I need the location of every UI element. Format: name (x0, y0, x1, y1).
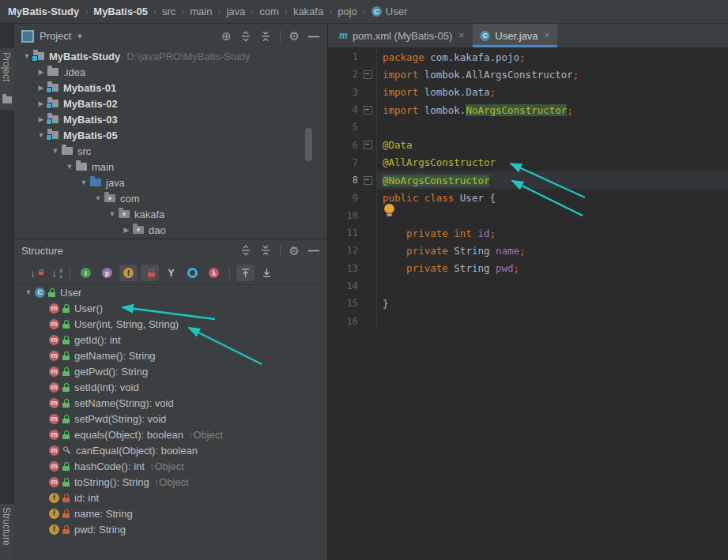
collapse-all-icon[interactable] (260, 31, 271, 42)
structure-tree-item[interactable]: msetName(String): void (14, 395, 327, 411)
breadcrumb-item[interactable]: CUser (372, 6, 407, 17)
editor-tab-bar: mpom.xml (MyBatis-05)×CUser.java× (328, 24, 728, 48)
project-tree-item[interactable]: ▼kakafa (14, 206, 327, 222)
settings-icon[interactable]: ⚙ (289, 245, 300, 257)
chevron-expanded-icon[interactable]: ▼ (92, 194, 104, 202)
autoscroll-from-source-icon[interactable] (258, 265, 276, 281)
code-line[interactable]: 13 private String pwd; (328, 260, 728, 277)
code-text: import lombok.NoArgsConstructor; (376, 101, 728, 118)
close-icon[interactable]: × (545, 30, 550, 41)
breadcrumb-item[interactable]: pojo (338, 6, 357, 17)
code-line[interactable]: 14 (328, 277, 728, 295)
breadcrumb-item[interactable]: src (162, 6, 175, 17)
structure-tree-item[interactable]: fname: String (14, 506, 327, 521)
close-icon[interactable]: × (458, 30, 464, 41)
project-tree-item[interactable]: ▶.idea (14, 64, 327, 80)
code-line[interactable]: 3import lombok.Data; (328, 84, 728, 101)
locate-icon[interactable]: ⊕ (221, 30, 232, 42)
structure-tree-item[interactable]: mgetId(): int (14, 332, 327, 348)
structure-tree-item[interactable]: fid: int (14, 490, 327, 506)
code-line[interactable]: 6@Data (328, 136, 728, 153)
show-lambdas-icon[interactable]: λ (205, 265, 223, 281)
fold-marker-icon[interactable] (364, 141, 372, 149)
hide-icon[interactable]: — (308, 31, 319, 42)
hide-icon[interactable]: — (308, 245, 319, 256)
code-line[interactable]: 1package com.kakafa.pojo; (328, 48, 728, 66)
structure-tree-item[interactable]: msetId(int): void (14, 379, 327, 395)
sort-by-visibility-icon[interactable]: ↓ (24, 265, 42, 281)
inherited-from-label: ↑Object (154, 476, 189, 488)
show-anonymous-classes-icon[interactable]: Y (162, 265, 180, 281)
code-line[interactable]: 7@AllArgsConstructor (328, 154, 728, 171)
project-tree-item[interactable]: ▼src (14, 143, 327, 159)
collapse-all-icon[interactable] (260, 245, 271, 256)
code-line[interactable]: 5 (328, 118, 728, 136)
structure-tree-item[interactable]: msetPwd(String): void (14, 411, 327, 427)
expand-all-icon[interactable] (240, 31, 251, 42)
breadcrumb-item[interactable]: MyBatis-Study (8, 6, 79, 17)
project-tree-item[interactable]: ▼com (14, 190, 327, 206)
structure-tree-item[interactable]: mUser(int, String, String) (14, 316, 327, 332)
project-tree-item[interactable]: ▶dao (14, 222, 327, 238)
intention-bulb-icon[interactable] (384, 204, 394, 214)
breadcrumb-item[interactable]: java (226, 6, 245, 17)
structure-tree-item[interactable]: mgetPwd(): String (14, 363, 327, 379)
breadcrumb-item[interactable]: com (259, 6, 279, 17)
settings-icon[interactable]: ⚙ (289, 30, 300, 42)
show-fields-icon[interactable]: f (119, 265, 138, 281)
project-tree-item[interactable]: ▼MyBatis-05 (14, 127, 327, 143)
structure-tree-item[interactable]: mcanEqual(Object): boolean (14, 442, 327, 458)
autoscroll-to-source-icon[interactable] (236, 265, 255, 281)
structure-tree-item[interactable]: mequals(Object): boolean↑Object (14, 427, 327, 442)
code-line[interactable]: 8@NoArgsConstructor (328, 171, 728, 189)
fold-marker-icon[interactable] (364, 176, 372, 185)
code-line[interactable]: 11 private int id; (328, 224, 728, 242)
code-editor[interactable]: 1package com.kakafa.pojo;2import lombok.… (328, 47, 728, 560)
code-line[interactable]: 16 (328, 312, 728, 329)
tool-button-structure[interactable]: Structure (0, 504, 14, 560)
field-icon: f (49, 524, 59, 535)
fold-marker-icon[interactable] (364, 70, 372, 79)
chevron-expanded-icon[interactable]: ▼ (49, 147, 62, 155)
breadcrumb-item[interactable]: MyBatis-05 (93, 6, 148, 17)
project-tree-item[interactable]: ▶MyBatis-02 (14, 96, 327, 111)
maven-icon: m (339, 29, 348, 42)
breadcrumb-item[interactable]: kakafa (293, 6, 323, 17)
chevron-collapsed-icon[interactable]: ▶ (120, 226, 133, 234)
structure-panel-title: Structure (21, 245, 63, 257)
show-open-classes-icon[interactable] (183, 265, 202, 281)
structure-tree-item[interactable]: fpwd: String (14, 521, 327, 537)
editor-tab[interactable]: CUser.java× (473, 24, 556, 47)
chevron-expanded-icon[interactable]: ▼ (63, 163, 76, 171)
structure-tree-item[interactable]: mgetName(): String (14, 348, 327, 363)
show-inherited-icon[interactable]: I (77, 265, 95, 281)
method-icon: m (49, 398, 59, 408)
fold-marker-icon[interactable] (364, 106, 372, 115)
project-tree-item[interactable]: ▶Mybatis-01 (14, 80, 327, 96)
code-line[interactable]: 4import lombok.NoArgsConstructor; (328, 101, 728, 118)
show-properties-icon[interactable]: p (98, 265, 116, 281)
structure-tree-item[interactable]: ▼CUser (14, 284, 327, 300)
chevron-expanded-icon[interactable]: ▼ (22, 288, 35, 296)
chevron-expanded-icon[interactable]: ▼ (77, 179, 90, 186)
project-tree-item[interactable]: ▼main (14, 159, 327, 175)
editor-tab[interactable]: mpom.xml (MyBatis-05)× (332, 24, 471, 47)
show-non-public-icon[interactable] (141, 265, 159, 281)
chevron-expanded-icon[interactable]: ▼ (106, 210, 119, 218)
tool-button-project[interactable]: Project (0, 48, 14, 110)
code-line[interactable]: 12 private String name; (328, 242, 728, 259)
structure-tree-item[interactable]: mhashCode(): int↑Object (14, 458, 327, 474)
chevron-collapsed-icon[interactable]: ▶ (35, 68, 47, 76)
sort-alphabetically-icon[interactable]: ↓az (45, 265, 63, 281)
project-tree-item[interactable]: ▶MyBatis-03 (14, 111, 327, 127)
code-line[interactable]: 15} (328, 295, 728, 312)
project-tree-item[interactable]: ▼MyBatis-StudyD:\javaPRO\MyBatis-Study (14, 48, 327, 64)
project-scrollbar[interactable] (305, 128, 312, 161)
expand-all-icon[interactable] (240, 245, 251, 256)
structure-tree-item[interactable]: mtoString(): String↑Object (14, 474, 327, 490)
chevron-down-icon[interactable]: ▼ (76, 32, 83, 40)
code-line[interactable]: 2import lombok.AllArgsConstructor; (328, 66, 728, 83)
project-tree-item[interactable]: ▼java (14, 175, 327, 190)
breadcrumb-item[interactable]: main (190, 6, 212, 17)
structure-tree-item[interactable]: mUser() (14, 300, 327, 316)
